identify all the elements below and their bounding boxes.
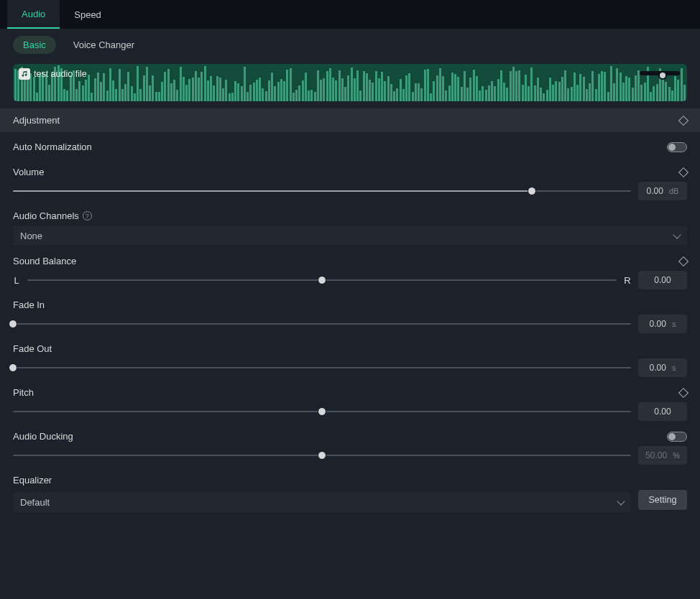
audio-ducking-value: 50.00 bbox=[645, 450, 667, 460]
volume-keyframe-icon[interactable] bbox=[678, 167, 689, 177]
fade-in-value: 0.00 bbox=[650, 319, 666, 329]
fade-in-slider-thumb[interactable] bbox=[9, 320, 17, 328]
tab-audio[interactable]: Audio bbox=[7, 0, 60, 29]
sound-balance-left-label: L bbox=[13, 275, 20, 286]
waveform-title: test audio file bbox=[34, 69, 87, 79]
fade-in-value-input[interactable]: 0.00 s bbox=[638, 315, 687, 333]
main-tabs: Audio Speed bbox=[0, 0, 700, 29]
pitch-label: Pitch bbox=[13, 387, 34, 398]
audio-channels-selected: None bbox=[20, 231, 42, 241]
audio-ducking-value-input[interactable]: 50.00 % bbox=[638, 446, 687, 465]
chevron-down-icon bbox=[617, 497, 625, 505]
sound-balance-slider-thumb[interactable] bbox=[318, 276, 326, 284]
volume-unit: dB bbox=[669, 187, 678, 195]
sound-balance-value: 0.00 bbox=[654, 275, 671, 285]
equalizer-selected: Default bbox=[20, 497, 50, 508]
audio-ducking-slider-thumb[interactable] bbox=[318, 451, 326, 460]
audio-channels-label: Audio Channels ? bbox=[13, 210, 92, 221]
fade-in-label: Fade In bbox=[13, 300, 45, 310]
sound-balance-label: Sound Balance bbox=[13, 256, 76, 266]
sound-balance-value-input[interactable]: 0.00 bbox=[638, 271, 687, 289]
waveform-playhead-handle[interactable] bbox=[658, 71, 667, 80]
audio-ducking-unit: % bbox=[673, 451, 680, 460]
equalizer-dropdown[interactable]: Default bbox=[13, 492, 631, 512]
section-adjustment-label: Adjustment bbox=[13, 115, 60, 126]
audio-file-icon bbox=[19, 68, 30, 80]
volume-value-input[interactable]: 0.00 dB bbox=[638, 182, 687, 200]
auto-normalization-label: Auto Normalization bbox=[13, 141, 92, 152]
audio-ducking-label: Audio Ducking bbox=[13, 431, 73, 442]
subtab-voice-changer[interactable]: Voice Changer bbox=[63, 36, 144, 54]
equalizer-setting-button[interactable]: Setting bbox=[638, 490, 687, 510]
fade-out-label: Fade Out bbox=[13, 343, 52, 354]
pitch-keyframe-icon[interactable] bbox=[678, 387, 689, 397]
volume-label: Volume bbox=[13, 167, 44, 177]
sound-balance-right-label: R bbox=[624, 275, 631, 286]
fade-out-unit: s bbox=[672, 363, 676, 372]
tab-speed[interactable]: Speed bbox=[60, 0, 116, 29]
equalizer-label: Equalizer bbox=[13, 475, 52, 486]
fade-out-slider-thumb[interactable] bbox=[9, 363, 17, 372]
fade-out-value: 0.00 bbox=[650, 363, 666, 373]
sound-balance-slider[interactable] bbox=[27, 275, 617, 285]
fade-in-slider[interactable] bbox=[13, 319, 631, 329]
waveform-preview[interactable]: test audio file bbox=[13, 64, 687, 101]
pitch-slider[interactable] bbox=[13, 407, 631, 417]
fade-in-unit: s bbox=[672, 320, 676, 328]
sub-tabs: Basic Voice Changer bbox=[0, 29, 700, 57]
help-icon[interactable]: ? bbox=[83, 211, 92, 220]
pitch-value-input[interactable]: 0.00 bbox=[638, 402, 687, 421]
fade-out-value-input[interactable]: 0.00 s bbox=[638, 358, 687, 377]
audio-ducking-slider[interactable] bbox=[13, 450, 631, 460]
waveform-bars bbox=[13, 64, 687, 101]
auto-normalization-toggle[interactable] bbox=[667, 142, 687, 152]
volume-slider[interactable] bbox=[13, 186, 631, 196]
fade-out-slider[interactable] bbox=[13, 363, 631, 373]
audio-channels-dropdown[interactable]: None bbox=[13, 226, 687, 246]
audio-ducking-toggle[interactable] bbox=[667, 432, 687, 442]
keyframe-adjustment-icon[interactable] bbox=[678, 115, 689, 125]
settings-scroll-area[interactable]: Basic Voice Changer test audio file Adju… bbox=[0, 29, 700, 599]
chevron-down-icon bbox=[673, 231, 681, 238]
volume-slider-thumb[interactable] bbox=[528, 187, 536, 195]
section-adjustment-header[interactable]: Adjustment bbox=[0, 108, 700, 132]
pitch-slider-thumb[interactable] bbox=[318, 407, 326, 416]
volume-value: 0.00 bbox=[647, 186, 663, 196]
sound-balance-keyframe-icon[interactable] bbox=[678, 256, 689, 266]
subtab-basic[interactable]: Basic bbox=[13, 36, 56, 54]
pitch-value: 0.00 bbox=[654, 407, 671, 417]
